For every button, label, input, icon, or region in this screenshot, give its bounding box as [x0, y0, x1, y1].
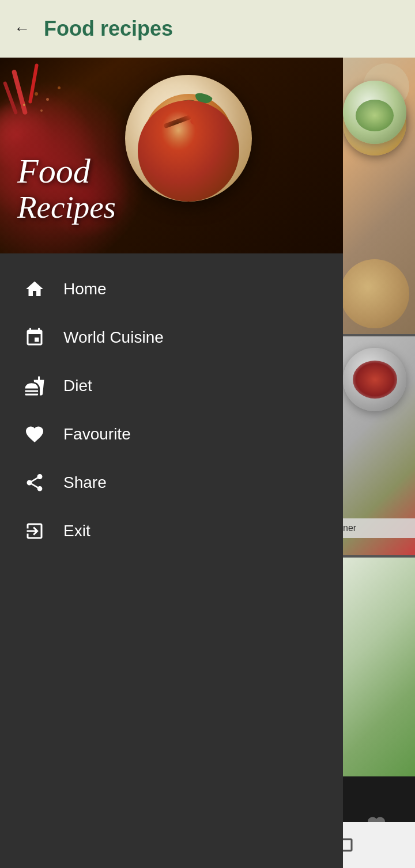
- hero-food-text: Food: [17, 152, 116, 190]
- nav-label-exit: Exit: [63, 522, 90, 540]
- home-icon: [23, 278, 46, 301]
- nav-item-share[interactable]: Share: [0, 458, 343, 507]
- nav-item-favourite[interactable]: Favourite: [0, 410, 343, 458]
- app-header: ← Food recipes: [0, 0, 415, 58]
- nav-label-home: Home: [63, 280, 107, 298]
- drawer-hero: Food Recipes: [0, 58, 343, 253]
- nav-label-diet: Diet: [63, 377, 92, 395]
- back-button[interactable]: ←: [14, 20, 30, 38]
- hero-text: Food Recipes: [17, 152, 116, 225]
- nav-item-world-cuisine[interactable]: World Cuisine: [0, 313, 343, 362]
- main-content: ner: [0, 58, 415, 868]
- nav-item-diet[interactable]: Diet: [0, 362, 343, 410]
- nav-label-world-cuisine: World Cuisine: [63, 328, 164, 347]
- nav-item-exit[interactable]: Exit: [0, 507, 343, 555]
- favourite-icon: [23, 423, 46, 446]
- right-image-3: [337, 558, 415, 776]
- nav-drawer: Food Recipes Home: [0, 58, 343, 868]
- right-label-2: ner: [337, 518, 415, 538]
- right-panel-text: ner: [343, 523, 356, 533]
- page-title: Food recipes: [44, 17, 173, 41]
- share-icon: [23, 471, 46, 494]
- exit-icon: [23, 520, 46, 543]
- nav-label-share: Share: [63, 473, 107, 492]
- hero-recipes-text: Recipes: [17, 190, 116, 225]
- nav-label-favourite: Favourite: [63, 425, 131, 444]
- nav-menu: Home World Cuisine: [0, 253, 343, 567]
- diet-icon: [23, 374, 46, 397]
- food-bowl: [125, 75, 252, 202]
- right-panel: ner: [337, 58, 415, 868]
- world-cuisine-icon: [23, 326, 46, 349]
- right-image-2: ner: [337, 336, 415, 555]
- nav-item-home[interactable]: Home: [0, 265, 343, 313]
